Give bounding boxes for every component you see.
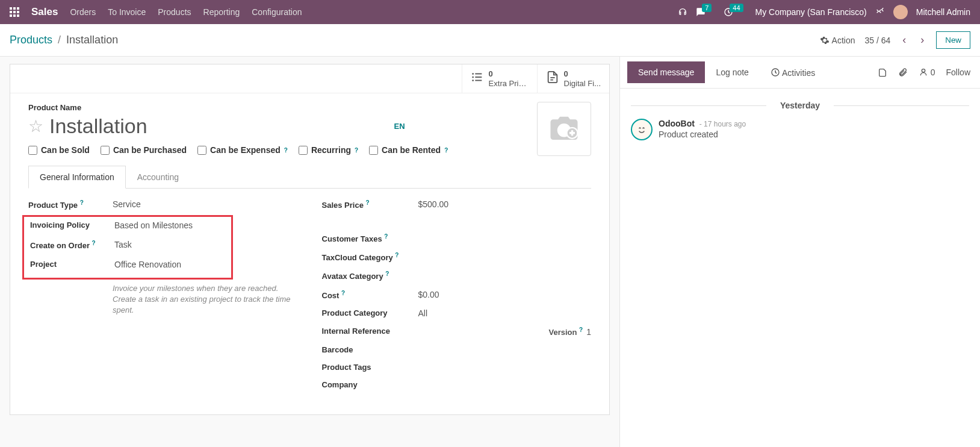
svg-point-1 — [472, 73, 474, 75]
help-icon[interactable]: ? — [355, 147, 358, 154]
clock-icon — [771, 67, 780, 77]
product-name[interactable]: Installation — [49, 114, 147, 138]
new-button[interactable]: New — [936, 31, 970, 49]
help-icon[interactable]: ? — [92, 240, 96, 246]
help-icon[interactable]: ? — [366, 199, 370, 206]
help-icon[interactable]: ? — [395, 252, 399, 258]
value-internal-reference[interactable] — [418, 327, 531, 337]
nav-reporting[interactable]: Reporting — [203, 7, 240, 17]
followers-button[interactable]: 0 — [919, 67, 935, 77]
stat-digital-files[interactable]: 0 Digital Fi... — [537, 64, 609, 93]
label-avatax-category: Avatax Category ? — [322, 270, 418, 281]
breadcrumb-products[interactable]: Products — [10, 34, 52, 46]
label-create-on-order: Create on Order ? — [30, 240, 114, 250]
activities-button[interactable]: Activities — [760, 59, 826, 86]
file-icon — [546, 70, 559, 87]
svg-point-3 — [472, 80, 474, 81]
svg-point-2 — [472, 77, 474, 78]
message-body: Product created — [659, 130, 746, 139]
paperclip-icon[interactable] — [898, 67, 908, 77]
pager-next-icon[interactable]: › — [918, 34, 926, 46]
label-cost: Cost ? — [322, 290, 418, 300]
activities-badge: 44 — [730, 4, 743, 12]
debug-icon[interactable] — [875, 7, 885, 17]
label-version: Version ? — [549, 327, 583, 337]
chatter-day-separator: Yesterday — [631, 101, 969, 110]
stat-extra-prices-label: Extra Prices — [489, 79, 529, 89]
label-product-tags: Product Tags — [322, 363, 418, 372]
action-dropdown[interactable]: Action — [820, 36, 855, 45]
send-message-button[interactable]: Send message — [627, 61, 705, 83]
pager-count[interactable]: 35 / 64 — [865, 36, 891, 45]
company-selector[interactable]: My Company (San Francisco) — [755, 7, 867, 17]
bot-avatar-icon — [631, 119, 653, 140]
help-icon[interactable]: ? — [80, 199, 84, 206]
value-sales-price[interactable]: $500.00 — [418, 199, 592, 209]
value-cost[interactable]: $0.00 — [418, 290, 592, 299]
checkbox-can-be-purchased[interactable]: Can be Purchased — [101, 145, 187, 155]
nav-orders[interactable]: Orders — [70, 7, 96, 17]
nav-products[interactable]: Products — [158, 7, 191, 17]
support-icon[interactable] — [678, 7, 687, 17]
action-label: Action — [832, 36, 855, 45]
nav-brand[interactable]: Sales — [31, 6, 58, 18]
breadcrumb-current: Installation — [66, 34, 118, 46]
product-image-placeholder[interactable] — [537, 102, 591, 156]
form-sheet: 0 Extra Prices 0 Digital Fi... — [10, 64, 610, 415]
checkbox-can-be-expensed[interactable]: Can be Expensed? — [197, 145, 288, 155]
value-create-on-order[interactable]: Task — [114, 240, 231, 249]
apps-icon[interactable] — [10, 7, 19, 17]
help-icon[interactable]: ? — [444, 147, 448, 154]
checkbox-recurring[interactable]: Recurring? — [299, 145, 358, 155]
label-product-type: Product Type ? — [28, 199, 113, 210]
checkbox-can-be-rented[interactable]: Can be Rented? — [369, 145, 448, 155]
user-name[interactable]: Mitchell Admin — [916, 7, 970, 17]
checkbox-can-be-sold[interactable]: Can be Sold — [28, 145, 90, 155]
value-version[interactable]: 1 — [586, 327, 591, 337]
list-icon — [471, 70, 484, 87]
messages-badge: 7 — [702, 4, 712, 12]
help-icon[interactable]: ? — [384, 233, 388, 240]
user-avatar[interactable] — [893, 5, 908, 19]
stat-digital-files-label: Digital Fi... — [564, 79, 601, 89]
label-project: Project — [30, 260, 114, 269]
label-taxcloud-category: TaxCloud Category ? — [322, 252, 418, 262]
label-internal-reference: Internal Reference — [322, 327, 418, 336]
value-product-type[interactable]: Service — [113, 199, 298, 209]
nav-configuration[interactable]: Configuration — [252, 7, 302, 17]
gear-icon — [820, 36, 830, 45]
label-product-category: Product Category — [322, 308, 418, 317]
help-icon[interactable]: ? — [385, 270, 389, 277]
svg-rect-5 — [475, 77, 482, 78]
pager-prev-icon[interactable]: ‹ — [900, 34, 908, 46]
attachments-icon[interactable] — [878, 67, 887, 77]
help-icon[interactable]: ? — [579, 327, 583, 333]
product-name-label: Product Name — [28, 103, 591, 112]
value-project[interactable]: Office Renovation — [114, 260, 231, 269]
tab-accounting[interactable]: Accounting — [126, 166, 190, 188]
stat-extra-prices-count: 0 — [489, 69, 529, 79]
svg-point-9 — [636, 123, 648, 136]
value-product-category[interactable]: All — [418, 308, 592, 318]
help-icon[interactable]: ? — [341, 290, 345, 296]
message-time: - 17 hours ago — [699, 120, 746, 128]
stat-extra-prices[interactable]: 0 Extra Prices — [462, 64, 537, 93]
follow-button[interactable]: Follow — [946, 67, 970, 77]
log-note-button[interactable]: Log note — [705, 59, 760, 86]
tab-general-information[interactable]: General Information — [28, 166, 126, 189]
language-badge[interactable]: EN — [394, 122, 405, 131]
chatter-message: OdooBot - 17 hours ago Product created — [631, 119, 969, 140]
favorite-star-icon[interactable]: ☆ — [28, 116, 43, 136]
person-icon — [919, 67, 928, 77]
svg-rect-6 — [475, 80, 482, 81]
value-invoicing-policy[interactable]: Based on Milestones — [114, 220, 231, 230]
stat-digital-files-count: 0 — [564, 69, 601, 79]
breadcrumb-separator: / — [58, 34, 61, 46]
label-company: Company — [322, 380, 418, 389]
message-author[interactable]: OdooBot — [659, 119, 695, 128]
svg-rect-4 — [475, 73, 482, 75]
chatter-panel: Send message Log note Activities 0 Follo… — [619, 57, 980, 447]
label-invoicing-policy: Invoicing Policy — [30, 220, 114, 230]
nav-to-invoice[interactable]: To Invoice — [108, 7, 146, 17]
help-icon[interactable]: ? — [284, 147, 288, 154]
